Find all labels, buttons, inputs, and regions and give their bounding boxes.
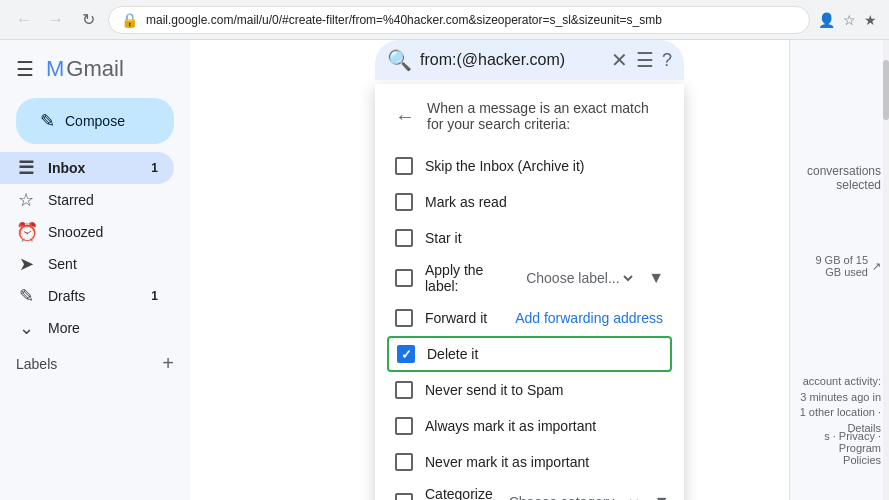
- back-arrow-button[interactable]: ←: [395, 105, 415, 128]
- filter-row-categorize: Categorize as: Choose category... ▼: [375, 480, 684, 500]
- browser-chrome: ← → ↻ 🔒 mail.google.com/mail/u/0/#create…: [0, 0, 889, 40]
- bookmark-icon[interactable]: ☆: [843, 12, 856, 28]
- filter-options: Skip the Inbox (Archive it) Mark as read…: [375, 144, 684, 500]
- filter-label-always-important: Always mark it as important: [425, 418, 596, 434]
- checkbox-never-spam[interactable]: [395, 381, 413, 399]
- sidebar-item-drafts[interactable]: ✎ Drafts 1: [0, 280, 174, 312]
- scrollbar-track[interactable]: [883, 40, 889, 500]
- search-clear-button[interactable]: ✕: [611, 48, 628, 72]
- labels-header: Labels +: [0, 348, 190, 379]
- storage-info: 9 GB of 15 GB used ↗: [790, 250, 889, 282]
- checkbox-forward[interactable]: [395, 309, 413, 327]
- lock-icon: 🔒: [121, 12, 138, 28]
- menu-icon[interactable]: ☰: [16, 57, 34, 81]
- inbox-icon: ☰: [16, 157, 36, 179]
- right-panel: conversations selected 9 GB of 15 GB use…: [789, 40, 889, 500]
- sidebar-header: ☰ M Gmail: [0, 48, 190, 94]
- category-select-arrow-icon: ▼: [654, 493, 670, 500]
- drafts-label: Drafts: [48, 288, 85, 304]
- checkbox-never-important[interactable]: [395, 453, 413, 471]
- filter-label-forward: Forward it: [425, 310, 487, 326]
- filter-row-star-it: Star it: [375, 220, 684, 256]
- sidebar-item-starred[interactable]: ☆ Starred: [0, 184, 174, 216]
- refresh-button[interactable]: ↻: [76, 8, 100, 32]
- starred-label: Starred: [48, 192, 94, 208]
- more-label: More: [48, 320, 80, 336]
- checkbox-categorize[interactable]: [395, 493, 413, 500]
- conversations-selected-text: conversations selected: [790, 160, 889, 196]
- sidebar-item-snoozed[interactable]: ⏰ Snoozed: [0, 216, 174, 248]
- checkbox-apply-label[interactable]: [395, 269, 413, 287]
- logo-m: M: [46, 56, 64, 82]
- starred-icon: ☆: [16, 189, 36, 211]
- address-bar[interactable]: 🔒 mail.google.com/mail/u/0/#create-filte…: [108, 6, 810, 34]
- forward-button[interactable]: →: [44, 8, 68, 32]
- filter-dialog: ← When a message is an exact match for y…: [375, 84, 684, 500]
- label-select-arrow-icon: ▼: [648, 269, 664, 287]
- checkbox-delete[interactable]: [397, 345, 415, 363]
- checkbox-star-it[interactable]: [395, 229, 413, 247]
- labels-title: Labels: [16, 356, 57, 372]
- inbox-label: Inbox: [48, 160, 85, 176]
- filter-label-never-important: Never mark it as important: [425, 454, 589, 470]
- gmail-app: ☰ M Gmail ✎ Compose ☰ Inbox 1 ☆ Starred …: [0, 40, 889, 500]
- filter-label-skip-inbox: Skip the Inbox (Archive it): [425, 158, 585, 174]
- add-forwarding-address-link[interactable]: Add forwarding address: [515, 310, 663, 326]
- storage-text: 9 GB of 15 GB used: [798, 254, 868, 278]
- filter-label-delete: Delete it: [427, 346, 478, 362]
- sidebar-item-sent[interactable]: ➤ Sent: [0, 248, 174, 280]
- scrollbar-thumb[interactable]: [883, 60, 889, 120]
- external-link-icon: ↗: [872, 260, 881, 273]
- filter-row-never-important: Never mark it as important: [375, 444, 684, 480]
- category-select-dropdown[interactable]: Choose category...: [505, 493, 642, 500]
- sidebar-item-more[interactable]: ⌄ More: [0, 312, 174, 344]
- dialog-header: ← When a message is an exact match for y…: [375, 84, 684, 144]
- filter-row-apply-label: Apply the label: Choose label... ▼: [375, 256, 684, 300]
- browser-actions: 👤 ☆ ★: [818, 12, 877, 28]
- drafts-icon: ✎: [16, 285, 36, 307]
- compose-button[interactable]: ✎ Compose: [16, 98, 174, 144]
- logo-gmail-text: Gmail: [66, 56, 123, 82]
- back-button[interactable]: ←: [12, 8, 36, 32]
- profile-icon[interactable]: 👤: [818, 12, 835, 28]
- snoozed-label: Snoozed: [48, 224, 103, 240]
- sidebar: ☰ M Gmail ✎ Compose ☰ Inbox 1 ☆ Starred …: [0, 40, 190, 500]
- url-text: mail.google.com/mail/u/0/#create-filter/…: [146, 13, 662, 27]
- sent-icon: ➤: [16, 253, 36, 275]
- main-content: 🔍 from:(@hacker.com) ✕ ☰ ? ← When a mess…: [190, 40, 789, 500]
- more-icon: ⌄: [16, 317, 36, 339]
- star-icon[interactable]: ★: [864, 12, 877, 28]
- policies-text: s · Privacy · Program Policies: [790, 426, 889, 470]
- filter-row-mark-as-read: Mark as read: [375, 184, 684, 220]
- checkbox-mark-as-read[interactable]: [395, 193, 413, 211]
- compose-label: Compose: [65, 113, 125, 129]
- filter-label-mark-as-read: Mark as read: [425, 194, 507, 210]
- checkbox-always-important[interactable]: [395, 417, 413, 435]
- help-icon[interactable]: ?: [662, 50, 672, 71]
- filter-row-always-important: Always mark it as important: [375, 408, 684, 444]
- search-icon: 🔍: [387, 48, 412, 72]
- label-select-dropdown[interactable]: Choose label...: [522, 269, 636, 287]
- compose-pencil-icon: ✎: [40, 110, 55, 132]
- filter-label-star-it: Star it: [425, 230, 462, 246]
- filter-row-never-spam: Never send it to Spam: [375, 372, 684, 408]
- search-options-icon[interactable]: ☰: [636, 48, 654, 72]
- filter-label-categorize: Categorize as:: [425, 486, 493, 500]
- filter-row-delete: Delete it: [387, 336, 672, 372]
- inbox-count: 1: [151, 161, 158, 175]
- filter-row-forward: Forward it Add forwarding address: [375, 300, 684, 336]
- filter-row-skip-inbox: Skip the Inbox (Archive it): [375, 148, 684, 184]
- labels-add-button[interactable]: +: [162, 352, 174, 375]
- search-query-text: from:(@hacker.com): [420, 51, 603, 69]
- search-panel: 🔍 from:(@hacker.com) ✕ ☰ ?: [375, 40, 684, 80]
- dialog-header-text: When a message is an exact match for you…: [427, 100, 664, 132]
- sent-label: Sent: [48, 256, 77, 272]
- checkbox-skip-inbox[interactable]: [395, 157, 413, 175]
- snoozed-icon: ⏰: [16, 221, 36, 243]
- filter-label-never-spam: Never send it to Spam: [425, 382, 564, 398]
- sidebar-item-inbox[interactable]: ☰ Inbox 1: [0, 152, 174, 184]
- filter-label-apply-label: Apply the label:: [425, 262, 510, 294]
- gmail-logo: M Gmail: [46, 56, 124, 82]
- drafts-count: 1: [151, 289, 158, 303]
